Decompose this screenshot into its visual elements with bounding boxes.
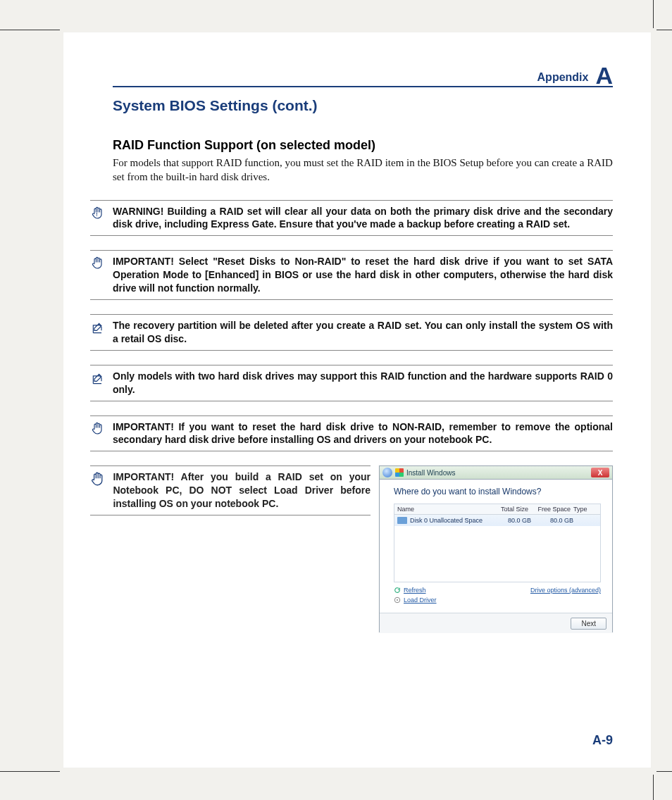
- svg-point-2: [397, 599, 398, 601]
- section-heading: RAID Function Support (on selected model…: [113, 138, 613, 153]
- callout-text: IMPORTANT! If you want to reset the hard…: [113, 420, 613, 447]
- crop-mark: [0, 771, 60, 772]
- load-driver-label: Load Driver: [404, 596, 437, 604]
- col-type: Type: [571, 506, 597, 513]
- note-pencil-icon: [90, 319, 106, 339]
- close-button[interactable]: X: [591, 468, 609, 477]
- svg-text:!: !: [96, 212, 97, 217]
- callout-important: IMPORTANT! After you build a RAID set on…: [90, 465, 371, 515]
- callout-important: IMPORTANT! If you want to reset the hard…: [90, 415, 613, 452]
- note-pencil-icon: [90, 370, 106, 389]
- windows-installer-dialog: Install Windows X Where do you want to i…: [379, 465, 613, 632]
- page: Appendix A System BIOS Settings (cont.) …: [63, 32, 651, 768]
- window-title: Install Windows: [406, 469, 455, 477]
- drive-options-label: Drive options (advanced): [530, 587, 601, 594]
- callout-with-screenshot: IMPORTANT! After you build a RAID set on…: [90, 465, 613, 632]
- crop-mark: [653, 775, 654, 800]
- col-name: Name: [397, 506, 490, 513]
- disk-free-space: 80.0 GB: [531, 517, 573, 524]
- canvas: Appendix A System BIOS Settings (cont.) …: [0, 0, 672, 800]
- disk-list: Name Total Size Free Space Type Disk 0 U…: [394, 504, 601, 582]
- hand-stop-icon: [90, 420, 106, 440]
- crop-mark: [657, 30, 672, 30]
- cd-icon: [394, 596, 401, 604]
- crop-mark: [0, 30, 60, 30]
- page-number: A-9: [592, 733, 613, 748]
- dialog-links: Refresh Load Driver Drive options (advan…: [394, 587, 601, 604]
- windows-logo-icon: [395, 468, 404, 477]
- col-total-size: Total Size: [490, 506, 528, 513]
- refresh-icon: [394, 587, 401, 594]
- crop-mark: [653, 0, 654, 28]
- hand-stop-icon: [90, 470, 106, 490]
- drive-options-link[interactable]: Drive options (advanced): [530, 587, 601, 594]
- hand-warning-icon: !: [90, 205, 106, 225]
- page-title: System BIOS Settings (cont.): [113, 97, 613, 114]
- dialog-footer: Next: [380, 613, 612, 633]
- crop-mark: [657, 771, 672, 772]
- callout-note: Only models with two hard disk drives ma…: [90, 365, 613, 401]
- dialog-heading: Where do you want to install Windows?: [394, 487, 601, 496]
- disk-icon: [397, 517, 407, 524]
- hand-stop-icon: [90, 255, 106, 275]
- page-header: Appendix A: [113, 61, 613, 87]
- back-button[interactable]: [382, 468, 392, 477]
- callout-note: The recovery partition will be deleted a…: [90, 314, 613, 351]
- callout-warning: ! WARNING! Building a RAID set will clea…: [90, 200, 613, 237]
- callout-important: IMPORTANT! Select "Reset Disks to Non-RA…: [90, 250, 613, 300]
- dialog-body: Where do you want to install Windows? Na…: [380, 480, 612, 613]
- intro-paragraph: For models that support RAID function, y…: [113, 156, 613, 185]
- refresh-link[interactable]: Refresh: [394, 587, 437, 594]
- disk-name: Disk 0 Unallocated Space: [410, 517, 492, 524]
- disk-row[interactable]: Disk 0 Unallocated Space 80.0 GB 80.0 GB: [394, 515, 600, 526]
- appendix-letter: A: [595, 63, 613, 87]
- list-header: Name Total Size Free Space Type: [394, 504, 600, 515]
- window-titlebar: Install Windows X: [380, 466, 612, 480]
- next-button[interactable]: Next: [571, 618, 606, 630]
- callout-text: WARNING! Building a RAID set will clear …: [113, 205, 613, 232]
- appendix-label: Appendix: [537, 71, 589, 84]
- refresh-label: Refresh: [404, 587, 426, 594]
- load-driver-link[interactable]: Load Driver: [394, 596, 437, 604]
- disk-total-size: 80.0 GB: [492, 517, 531, 524]
- callout-text: The recovery partition will be deleted a…: [113, 319, 613, 346]
- col-free-space: Free Space: [528, 506, 571, 513]
- callout-text: IMPORTANT! After you build a RAID set on…: [113, 470, 371, 511]
- callout-text: Only models with two hard disk drives ma…: [113, 370, 613, 396]
- callout-text: IMPORTANT! Select "Reset Disks to Non-RA…: [113, 255, 613, 295]
